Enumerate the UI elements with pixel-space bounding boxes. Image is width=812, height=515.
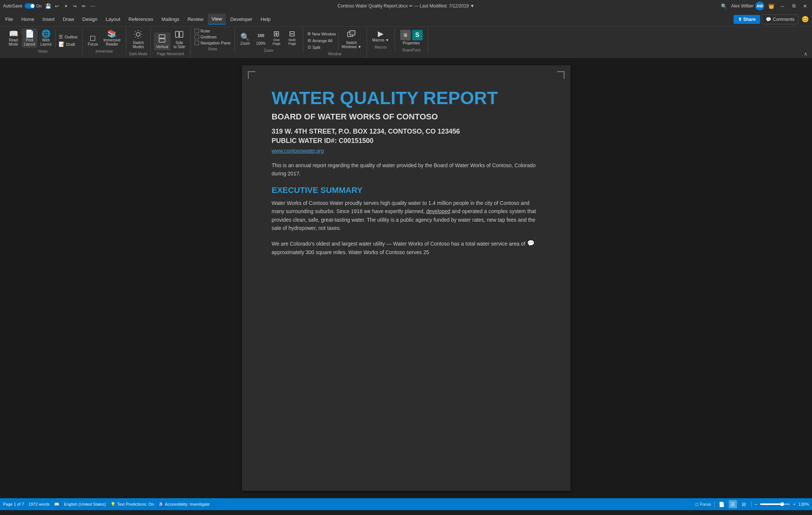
menu-draw[interactable]: Draw — [59, 14, 78, 24]
proofing-status[interactable]: 📖 — [54, 502, 59, 507]
feedback-button[interactable]: 😊 — [800, 14, 811, 25]
menu-layout[interactable]: Layout — [102, 14, 124, 24]
search-icon[interactable]: 🔍 — [720, 2, 728, 10]
minimize-button[interactable]: ─ — [778, 2, 787, 10]
zoom-page-button[interactable]: ⊞ OnePage — [269, 28, 284, 47]
immersive-reader-label: ImmersiveReader — [103, 38, 121, 46]
document-address-block: 319 W. 4TH STREET, P.O. BOX 1234, CONTOS… — [272, 128, 541, 145]
macros-label: Macros ▼ — [372, 38, 389, 42]
macros-button[interactable]: ▶ Macros ▼ — [370, 28, 391, 44]
proofing-icon: 📖 — [54, 502, 59, 507]
zoom-pages-button[interactable]: ⊟ MultiPage — [285, 28, 300, 47]
user-info[interactable]: Alex Wilber AW — [731, 1, 764, 10]
new-window-button[interactable]: ⧉ New Window — [306, 31, 337, 37]
user-avatar[interactable]: AW — [755, 1, 764, 10]
window-group-label: Window — [328, 52, 342, 56]
text-predictions-label: Text Predictions: On — [117, 502, 154, 506]
side-to-side-button[interactable]: Sideto Side — [171, 28, 187, 50]
draft-button[interactable]: 📝 Draft — [57, 41, 79, 48]
zoom-100-button[interactable]: 100 100% — [253, 29, 268, 47]
ruler-label: Ruler — [200, 29, 210, 33]
menu-help[interactable]: Help — [257, 14, 274, 24]
page-info-status[interactable]: Page 1 of 7 — [3, 502, 24, 506]
switch-windows-button[interactable]: SwitchWindows ▼ — [339, 28, 364, 50]
comments-button[interactable]: 💬 Comments — [762, 15, 799, 24]
close-button[interactable]: ✕ — [801, 2, 809, 10]
document-website-link[interactable]: www.contosowater.org — [272, 148, 541, 154]
more-tools-icon[interactable]: ⋯ — [89, 2, 97, 10]
text-predictions-status[interactable]: 💡 Text Predictions: On — [111, 502, 154, 507]
document-address-line1: 319 W. 4TH STREET, P.O. BOX 1234, CONTOS… — [272, 128, 541, 135]
navigation-pane-checkbox[interactable]: Navigation Pane — [194, 40, 231, 46]
views-items: 📖 ReadMode 📄 PrintLayout 🌐 WebLayout ☰ O… — [6, 28, 79, 48]
ribbon-group-page-movement: Vertical Sideto Side Page Movement — [151, 28, 191, 57]
title-bar-right: 🔍 Alex Wilber AW 👑 ─ ⧉ ✕ — [720, 1, 809, 10]
gridlines-checkbox[interactable]: Gridlines — [194, 34, 217, 40]
restore-button[interactable]: ⧉ — [790, 2, 798, 10]
menu-review[interactable]: Review — [184, 14, 207, 24]
redo-icon[interactable]: ↪ — [71, 2, 79, 10]
zoom-out-button[interactable]: ─ — [755, 502, 757, 506]
arrange-all-button[interactable]: ⊟ Arrange All — [306, 37, 337, 44]
menu-home[interactable]: Home — [18, 14, 38, 24]
view-mode-print[interactable]: 📄 — [718, 500, 726, 508]
read-mode-icon: 📖 — [9, 30, 18, 37]
print-layout-icon: 📄 — [25, 30, 34, 37]
read-mode-label: ReadMode — [9, 38, 18, 46]
side-to-side-icon — [175, 30, 184, 40]
zoom-button[interactable]: 🔍 Zoom — [238, 32, 253, 47]
print-layout-button[interactable]: 📄 PrintLayout — [22, 28, 37, 48]
executive-summary-body2: We are Colorado's oldest and largest wat… — [272, 240, 541, 256]
macros-items: ▶ Macros ▼ — [370, 28, 391, 44]
menu-file[interactable]: File — [1, 14, 17, 24]
track-changes-icon[interactable]: ✏ — [80, 2, 88, 10]
undo-dropdown-icon[interactable]: ▼ — [62, 2, 70, 10]
undo-icon[interactable]: ↩ — [53, 2, 61, 10]
outline-button[interactable]: ☰ Outline — [57, 33, 79, 40]
zoom-slider[interactable] — [760, 503, 790, 505]
sharepoint-properties-button[interactable]: ⊞ S Properties — [398, 28, 425, 47]
immersive-reader-button[interactable]: 📚 ImmersiveReader — [101, 28, 123, 48]
zoom-pages-icon: ⊟ — [289, 30, 295, 37]
zoom-in-button[interactable]: + — [793, 502, 795, 506]
autosave-toggle[interactable]: On — [25, 3, 42, 9]
svg-rect-14 — [350, 31, 355, 35]
crown-icon[interactable]: 👑 — [767, 2, 775, 10]
focus-mode-button[interactable]: ◻ Focus — [695, 502, 711, 507]
sharepoint-properties-label: Properties — [403, 41, 420, 45]
accessibility-status[interactable]: ♿ Accessibility: Investigate — [158, 502, 209, 507]
read-mode-button[interactable]: 📖 ReadMode — [6, 28, 21, 48]
autosave-track[interactable] — [25, 3, 35, 9]
document-area[interactable]: WATER QUALITY REPORT BOARD OF WATER WORK… — [0, 58, 812, 498]
autosave-on-label: On — [36, 4, 42, 8]
view-mode-read[interactable]: ⊟ — [740, 500, 748, 508]
menu-insert[interactable]: Insert — [39, 14, 59, 24]
ribbon-collapse-button[interactable]: ∧ — [802, 50, 809, 57]
zoom-slider-thumb — [780, 502, 784, 506]
view-mode-web[interactable]: ☰ — [729, 500, 737, 508]
menu-design[interactable]: Design — [79, 14, 101, 24]
language-status[interactable]: English (United States) — [64, 502, 106, 506]
save-icon[interactable]: 💾 — [44, 2, 52, 10]
menu-view[interactable]: View — [208, 14, 226, 25]
immersive-items: ◻ Focus 📚 ImmersiveReader — [85, 28, 123, 48]
menu-mailings[interactable]: Mailings — [158, 14, 183, 24]
outline-icon: ☰ — [59, 34, 63, 40]
draft-icon: 📝 — [59, 41, 65, 47]
web-layout-button[interactable]: 🌐 WebLayout — [38, 28, 54, 48]
vertical-button[interactable]: Vertical — [154, 32, 171, 50]
document-intro: This is an annual report regarding the q… — [272, 161, 541, 178]
ruler-checkbox[interactable]: Ruler — [194, 28, 211, 34]
share-button[interactable]: ⬆ Share — [734, 15, 760, 24]
menu-references[interactable]: References — [125, 14, 157, 24]
menu-developer[interactable]: Developer — [227, 14, 256, 24]
word-count-status[interactable]: 1972 words — [28, 502, 50, 506]
split-button[interactable]: ⊡ Split — [306, 44, 337, 50]
zoom-percent-display[interactable]: 130% — [799, 502, 809, 506]
zoom-percent-label: 130% — [799, 502, 809, 506]
zoom-label: Zoom — [240, 41, 250, 46]
switch-modes-button[interactable]: SwitchModes — [130, 28, 146, 50]
show-group-label: Show — [208, 47, 217, 51]
comment-icon[interactable]: 💬 — [527, 240, 535, 247]
focus-button[interactable]: ◻ Focus — [85, 32, 100, 48]
